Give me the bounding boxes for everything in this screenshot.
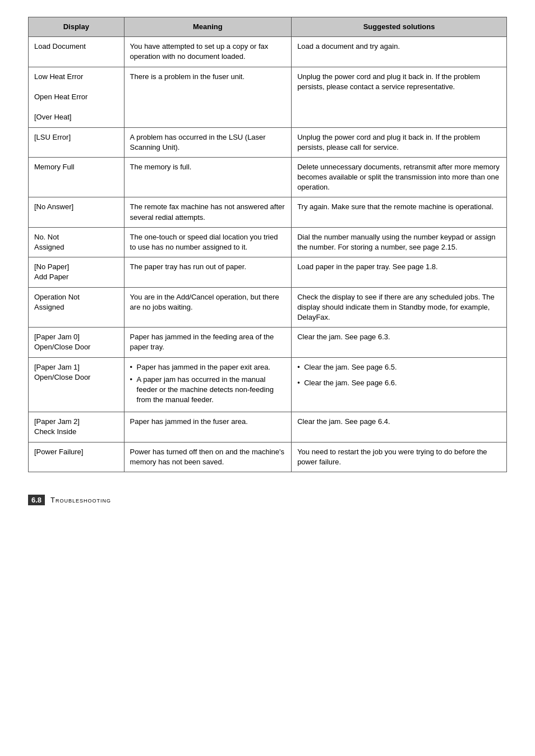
cell-solution: Check the display to see if there are an…	[292, 287, 507, 328]
cell-display: No. Not Assigned	[29, 227, 124, 257]
cell-display: [Paper Jam 1] Open/Close Door	[29, 357, 124, 412]
page-footer: 6.8 Troubleshooting	[28, 495, 507, 505]
cell-meaning: You have attempted to set up a copy or f…	[124, 37, 292, 67]
cell-meaning: The paper tray has run out of paper.	[124, 257, 292, 287]
cell-solution: Load paper in the paper tray. See page 1…	[292, 257, 507, 287]
cell-display: [LSU Error]	[29, 127, 124, 157]
cell-display: Low Heat Error Open Heat Error [Over Hea…	[29, 67, 124, 127]
cell-solution: Try again. Make sure that the remote mac…	[292, 197, 507, 227]
error-table: Display Meaning Suggested solutions Load…	[28, 17, 507, 472]
cell-display: Memory Full	[29, 157, 124, 197]
table-row: [Paper Jam 1] Open/Close DoorPaper has j…	[29, 357, 507, 412]
cell-solution: Load a document and try again.	[292, 37, 507, 67]
cell-meaning: Paper has jammed in the feeding area of …	[124, 328, 292, 357]
cell-solution: Unplug the power cord and plug it back i…	[292, 67, 507, 127]
cell-solution: Delete unnecessary documents, retransmit…	[292, 157, 507, 197]
table-row: [Paper Jam 0] Open/Close DoorPaper has j…	[29, 328, 507, 357]
cell-solution: Clear the jam. See page 6.4.	[292, 412, 507, 442]
table-row: [Power Failure]Power has turned off then…	[29, 442, 507, 472]
page-number: 6.8	[28, 495, 45, 505]
cell-meaning: You are in the Add/Cancel operation, but…	[124, 287, 292, 328]
table-row: Memory FullThe memory is full.Delete unn…	[29, 157, 507, 197]
table-row: Operation Not AssignedYou are in the Add…	[29, 287, 507, 328]
header-meaning: Meaning	[124, 17, 292, 37]
cell-meaning: The remote fax machine has not answered …	[124, 197, 292, 227]
table-row: [LSU Error]A problem has occurred in the…	[29, 127, 507, 157]
table-row: [Paper Jam 2] Check InsidePaper has jamm…	[29, 412, 507, 442]
cell-meaning: A problem has occurred in the LSU (Laser…	[124, 127, 292, 157]
cell-display: [Power Failure]	[29, 442, 124, 472]
cell-display: Operation Not Assigned	[29, 287, 124, 328]
cell-meaning: Paper has jammed in the paper exit area.…	[124, 357, 292, 412]
cell-display: [No Paper] Add Paper	[29, 257, 124, 287]
cell-display: Load Document	[29, 37, 124, 67]
cell-display: [No Answer]	[29, 197, 124, 227]
table-row: [No Paper] Add PaperThe paper tray has r…	[29, 257, 507, 287]
cell-solution: Clear the jam. See page 6.5.Clear the ja…	[292, 357, 507, 412]
header-display: Display	[29, 17, 124, 37]
header-solutions: Suggested solutions	[292, 17, 507, 37]
cell-solution: Dial the number manually using the numbe…	[292, 227, 507, 257]
cell-meaning: The memory is full.	[124, 157, 292, 197]
cell-solution: Clear the jam. See page 6.3.	[292, 328, 507, 357]
cell-meaning: Paper has jammed in the fuser area.	[124, 412, 292, 442]
cell-display: [Paper Jam 2] Check Inside	[29, 412, 124, 442]
table-row: Low Heat Error Open Heat Error [Over Hea…	[29, 67, 507, 127]
table-row: [No Answer]The remote fax machine has no…	[29, 197, 507, 227]
cell-solution: Unplug the power cord and plug it back i…	[292, 127, 507, 157]
cell-meaning: There is a problem in the fuser unit.	[124, 67, 292, 127]
cell-solution: You need to restart the job you were try…	[292, 442, 507, 472]
table-row: Load DocumentYou have attempted to set u…	[29, 37, 507, 67]
table-row: No. Not AssignedThe one-touch or speed d…	[29, 227, 507, 257]
cell-meaning: The one-touch or speed dial location you…	[124, 227, 292, 257]
cell-meaning: Power has turned off then on and the mac…	[124, 442, 292, 472]
cell-display: [Paper Jam 0] Open/Close Door	[29, 328, 124, 357]
footer-label: Troubleshooting	[50, 496, 111, 504]
